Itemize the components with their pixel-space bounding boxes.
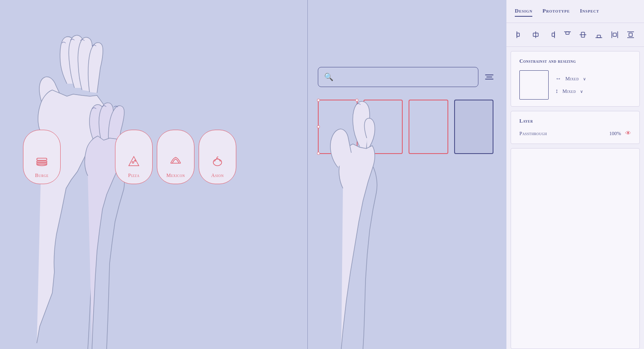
layer-title: Layer — [519, 118, 631, 124]
align-right-icon[interactable] — [547, 30, 557, 40]
constraint-row-vertical: ↕ Mixed ∨ — [555, 88, 631, 95]
right-panel: Design Prototype Inspect — [506, 0, 644, 349]
card-wireframe-1[interactable] — [318, 100, 358, 154]
handle-ml — [317, 126, 320, 128]
food-pill-asion[interactable]: Asion — [199, 130, 236, 184]
align-top-icon[interactable] — [562, 30, 572, 40]
food-pill-pizza[interactable]: Pizza — [115, 130, 153, 184]
svg-rect-8 — [517, 33, 519, 36]
handle-tr — [355, 99, 358, 102]
svg-rect-0 — [37, 158, 47, 160]
distribute-v-icon[interactable] — [626, 30, 636, 40]
vertical-value: Mixed — [562, 88, 576, 95]
constraint-box — [519, 70, 549, 100]
vertical-arrow-icon: ↕ — [555, 88, 558, 95]
taco-icon — [168, 154, 183, 169]
svg-point-6 — [213, 159, 222, 166]
burger-icon — [34, 154, 49, 169]
align-center-h-icon[interactable] — [531, 30, 541, 40]
asion-label: Asion — [211, 172, 224, 179]
wireframe-area: 🔍 — [318, 67, 493, 154]
food-pill-mexicon[interactable]: Mexicon — [157, 130, 194, 184]
bottom-section — [511, 148, 640, 349]
svg-rect-21 — [613, 33, 616, 36]
card-wireframe-3[interactable] — [409, 100, 448, 154]
right-hand-illustration — [309, 0, 506, 349]
blend-mode-label[interactable]: Passthrough — [519, 131, 547, 137]
constraints-content: ↔ Mixed ∨ ↕ Mixed ∨ — [519, 70, 631, 100]
layer-section: Layer Passthrough 100% 👁 — [511, 111, 640, 144]
align-center-v-icon[interactable] — [578, 30, 588, 40]
canvas-divider — [307, 0, 308, 349]
pizza-label: Pizza — [128, 172, 139, 179]
constraints-title: Constrainst and resizing — [519, 58, 631, 64]
alignment-section — [506, 23, 644, 47]
svg-point-3 — [132, 162, 134, 163]
svg-rect-24 — [629, 33, 632, 36]
handle-bl — [317, 152, 320, 155]
pizza-icon — [126, 154, 141, 169]
eye-icon[interactable]: 👁 — [625, 130, 631, 137]
canvas-area: Burge Pizza Mex — [0, 0, 506, 349]
align-tools — [515, 30, 636, 40]
svg-rect-18 — [597, 35, 601, 38]
opacity-value[interactable]: 100% — [609, 131, 621, 137]
tab-inspect[interactable]: Inspect — [580, 8, 599, 17]
cards-wireframe — [318, 100, 493, 154]
constraint-row-horizontal: ↔ Mixed ∨ — [555, 75, 631, 82]
search-icon: 🔍 — [324, 72, 333, 82]
distribute-h-icon[interactable] — [610, 30, 620, 40]
card-wireframe-2[interactable] — [363, 100, 403, 154]
filter-line-2 — [486, 77, 492, 77]
search-input-wireframe[interactable]: 🔍 — [318, 67, 478, 87]
vertical-dropdown[interactable]: ∨ — [580, 89, 583, 94]
layer-row: Passthrough 100% 👁 — [519, 130, 631, 137]
food-pill-burger[interactable]: Burge — [23, 130, 61, 184]
tab-design[interactable]: Design — [515, 8, 532, 17]
filter-line-3 — [485, 79, 493, 80]
handle-tl — [317, 99, 320, 102]
mexicon-label: Mexicon — [166, 172, 185, 179]
constraints-controls: ↔ Mixed ∨ ↕ Mixed ∨ — [555, 75, 631, 95]
svg-rect-1 — [37, 161, 47, 162]
constraints-section: Constrainst and resizing ↔ Mixed ∨ ↕ Mix… — [511, 51, 640, 107]
search-bar-wireframe: 🔍 — [318, 67, 493, 87]
horizontal-arrow-icon: ↔ — [555, 75, 561, 82]
svg-rect-14 — [566, 32, 569, 34]
horizontal-value: Mixed — [565, 76, 579, 82]
card-wireframe-4[interactable] — [454, 100, 494, 154]
dumpling-icon — [210, 154, 225, 169]
align-left-icon[interactable] — [515, 30, 525, 40]
svg-rect-12 — [552, 33, 555, 36]
filter-line-1 — [485, 74, 493, 75]
food-categories: Burge Pizza Mex — [23, 130, 236, 184]
tab-prototype[interactable]: Prototype — [542, 8, 570, 17]
burger-label: Burge — [35, 172, 49, 179]
svg-point-4 — [135, 160, 136, 162]
align-bottom-icon[interactable] — [594, 30, 604, 40]
filter-icon[interactable] — [485, 74, 493, 80]
horizontal-dropdown[interactable]: ∨ — [583, 77, 586, 81]
svg-rect-2 — [37, 163, 47, 164]
panel-tabs: Design Prototype Inspect — [506, 0, 644, 23]
